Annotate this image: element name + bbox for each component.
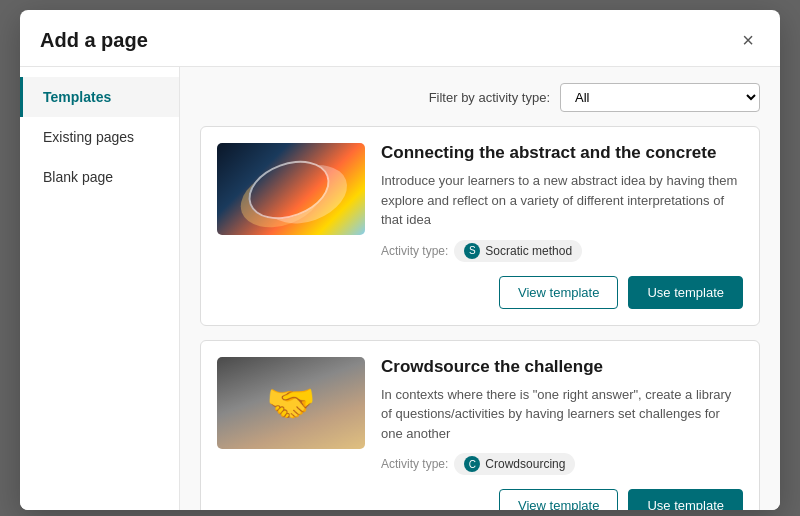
sidebar-item-blank-page[interactable]: Blank page	[20, 157, 179, 197]
view-template-abstract-button[interactable]: View template	[499, 276, 618, 309]
sidebar-item-templates[interactable]: Templates	[20, 77, 179, 117]
modal-header: Add a page ×	[20, 10, 780, 67]
content-area: Filter by activity type: All Socratic me…	[180, 67, 780, 510]
activity-label-crowd: Activity type:	[381, 457, 448, 471]
use-template-abstract-button[interactable]: Use template	[628, 276, 743, 309]
view-template-crowd-button[interactable]: View template	[499, 489, 618, 510]
modal-overlay: Add a page × Templates Existing pages Bl…	[0, 0, 800, 516]
sidebar-item-existing-pages[interactable]: Existing pages	[20, 117, 179, 157]
sidebar: Templates Existing pages Blank page	[20, 67, 180, 510]
use-template-crowd-button[interactable]: Use template	[628, 489, 743, 510]
crowdsourcing-icon: C	[464, 456, 480, 472]
activity-type-row-abstract: Activity type: S Socratic method	[381, 240, 743, 262]
card-image-abstract	[217, 143, 365, 235]
card-info-abstract: Connecting the abstract and the concrete…	[381, 143, 743, 262]
activity-badge-abstract: S Socratic method	[454, 240, 582, 262]
socratic-icon: S	[464, 243, 480, 259]
card-actions-abstract: View template Use template	[217, 276, 743, 309]
card-info-crowd: Crowdsource the challenge In contexts wh…	[381, 357, 743, 476]
card-desc-abstract: Introduce your learners to a new abstrac…	[381, 171, 743, 230]
filter-label: Filter by activity type:	[429, 90, 550, 105]
template-card-crowd: Crowdsource the challenge In contexts wh…	[200, 340, 760, 511]
filter-bar: Filter by activity type: All Socratic me…	[200, 83, 760, 112]
card-desc-crowd: In contexts where there is "one right an…	[381, 385, 743, 444]
card-title-abstract: Connecting the abstract and the concrete	[381, 143, 743, 163]
activity-type-row-crowd: Activity type: C Crowdsourcing	[381, 453, 743, 475]
activity-type-filter[interactable]: All Socratic method Crowdsourcing Debate…	[560, 83, 760, 112]
modal-body: Templates Existing pages Blank page Filt…	[20, 67, 780, 510]
card-top-abstract: Connecting the abstract and the concrete…	[217, 143, 743, 262]
card-image-crowd	[217, 357, 365, 449]
card-top-crowd: Crowdsource the challenge In contexts wh…	[217, 357, 743, 476]
modal-title: Add a page	[40, 29, 148, 52]
card-actions-crowd: View template Use template	[217, 489, 743, 510]
add-page-modal: Add a page × Templates Existing pages Bl…	[20, 10, 780, 510]
activity-badge-crowd: C Crowdsourcing	[454, 453, 575, 475]
card-title-crowd: Crowdsource the challenge	[381, 357, 743, 377]
activity-label-abstract: Activity type:	[381, 244, 448, 258]
close-button[interactable]: ×	[736, 28, 760, 52]
template-card-abstract: Connecting the abstract and the concrete…	[200, 126, 760, 326]
